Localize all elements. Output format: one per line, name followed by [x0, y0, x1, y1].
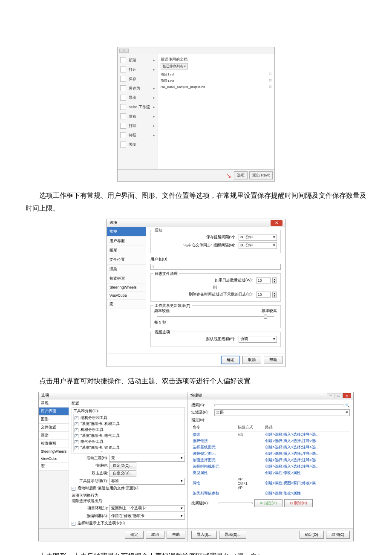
log-days-input[interactable]: 10	[256, 292, 271, 298]
sidebar-tab[interactable]: 常规	[39, 399, 69, 408]
cancel-button[interactable]: 取消(C)	[326, 531, 350, 539]
chevron-right-icon: ▸	[153, 67, 155, 72]
newkey-input[interactable]	[219, 503, 253, 504]
search-icon[interactable]: 🔍	[345, 403, 350, 408]
tooltip-select[interactable]: 标准▾	[109, 478, 185, 485]
cancel-button[interactable]: 取消	[242, 356, 261, 364]
label: 项目环境(J):	[72, 506, 108, 511]
table-row[interactable]: 选择时拖拽图元创建>选择;插入>选择;注释>选...	[191, 463, 350, 470]
qat-icon[interactable]	[124, 49, 129, 53]
sidebar-tab[interactable]: 渲染	[107, 265, 146, 274]
sidebar-tab[interactable]: ViewCube	[39, 455, 69, 462]
filter-select[interactable]: 全部▾	[214, 409, 350, 416]
body-text: 点击图形，点击反转背景色可根据个人喜好调整绘图区域背景色（黑、白）	[26, 550, 366, 555]
sidebar-tab[interactable]: 图形	[107, 246, 146, 255]
tool-checkbox[interactable]: "系统"选项卡: 电气工具	[75, 433, 182, 439]
search-input[interactable]	[214, 405, 343, 406]
recent-file[interactable]: rac_basic_sample_project.rvt⊟	[161, 84, 272, 90]
save-interval-select[interactable]: 30 分钟▾	[239, 234, 277, 241]
sidebar-tab[interactable]: 用户界面	[39, 408, 69, 416]
qat-icon[interactable]	[119, 49, 124, 53]
table-row[interactable]: 选择锁定图元创建>选择;插入>选择;注释>选...	[191, 451, 350, 457]
sidebar-tab[interactable]: ViewCube	[107, 292, 146, 300]
recent-files-checkbox[interactable]: 启动时启用"最近使用的文件"页面(F)	[72, 486, 185, 491]
assign-button[interactable]: ⊕ 指定(A)	[254, 499, 282, 507]
log-count-input[interactable]: 10	[256, 278, 271, 283]
close-icon[interactable]: ✕	[343, 393, 351, 398]
table-row[interactable]: 修改MD创建>选择;插入>选择;注释>选...	[191, 431, 350, 438]
sidebar-tab[interactable]: 文件位置	[39, 424, 69, 432]
menu-item[interactable]: 特征▸	[118, 130, 158, 140]
col-header[interactable]: 命令	[191, 424, 236, 431]
menu-item[interactable]: 另存为▸	[118, 84, 158, 93]
menu-item[interactable]: 打印▸	[118, 121, 158, 130]
sidebar-tab[interactable]: SteeringWheels	[39, 448, 69, 455]
recent-file[interactable]: 项目1.rvt⊟	[161, 78, 272, 84]
close-icon[interactable]: ✕	[271, 220, 282, 226]
sidebar-tab[interactable]: 图形	[39, 416, 69, 424]
tool-checkbox[interactable]: 机械分析工具	[75, 427, 182, 433]
sort-dropdown[interactable]: 按已排序列表 ▾	[161, 63, 188, 69]
context-tab-checkbox[interactable]: 选择时显示上下文选项卡(D)	[72, 520, 185, 526]
menu-item[interactable]: 新建▸	[118, 55, 158, 65]
import-button[interactable]: 导入(I)...	[191, 531, 217, 539]
ok-button[interactable]: 确定	[221, 356, 240, 364]
shortcut-customize-button[interactable]: 自定义(C)...	[109, 462, 136, 469]
menu-item[interactable]: Suite 工作流▸	[118, 102, 158, 112]
menu-item[interactable]: 导出▸	[118, 93, 158, 102]
group-label: 视图选项	[153, 330, 171, 335]
ok-button[interactable]: 确定(O)	[300, 531, 324, 539]
spinner[interactable]: ▴▾	[272, 292, 277, 298]
help-button[interactable]: 帮助	[264, 356, 282, 364]
sidebar-tab[interactable]: 检查拼写	[107, 274, 146, 283]
ok-button[interactable]: 确定	[125, 531, 144, 539]
maximize-icon[interactable]: □	[335, 393, 343, 398]
exit-revit-button[interactable]: 退出 Revit	[249, 171, 273, 179]
sidebar-tab[interactable]: 用户界面	[107, 237, 146, 246]
sidebar-tab[interactable]: SteeringWheels	[107, 283, 146, 292]
col-header[interactable]: 快捷方式	[236, 424, 264, 431]
discipline-select[interactable]: 协调▾	[239, 336, 277, 343]
table-row[interactable]: 按面选择图元创建>选择;插入>选择;注释>选...	[191, 457, 350, 463]
dblclick-customize-button[interactable]: 自定义(U)...	[109, 470, 136, 477]
theme-select[interactable]: 亮▾	[109, 455, 185, 462]
tool-checkbox[interactable]: "系统"选项卡: 机械工具	[75, 421, 182, 427]
cancel-button[interactable]: 取消	[146, 531, 164, 539]
remove-button[interactable]: ⊖ 删除(R)	[284, 499, 313, 507]
minimize-icon[interactable]: ─	[327, 393, 334, 398]
sync-interval-select[interactable]: 30 分钟▾	[239, 242, 277, 249]
menu-item[interactable]: 打开▸	[118, 65, 158, 74]
recent-file[interactable]: 项目1.rvt⊟	[161, 71, 272, 78]
pin-icon[interactable]: ⊟	[269, 78, 272, 83]
frequency-slider[interactable]	[154, 316, 277, 317]
pin-icon[interactable]: ⊟	[269, 85, 272, 89]
username-input[interactable]: 1	[150, 264, 281, 270]
col-header[interactable]: 路径	[264, 424, 350, 431]
tool-checkbox[interactable]: 结构分析和工具	[75, 415, 182, 421]
label: "与中心文件同步" 提醒间隔(N):	[154, 243, 237, 248]
sidebar-tab[interactable]: 宏	[107, 300, 146, 309]
pin-icon[interactable]: ⊟	[269, 72, 272, 77]
table-row[interactable]: 选择链接创建>选择;插入>选择;注释>选...	[191, 438, 350, 444]
table-row[interactable]: 选择基线图元创建>选择;插入>选择;注释>选...	[191, 444, 350, 451]
sidebar-tab[interactable]: 宏	[39, 462, 69, 471]
proj-env-select[interactable]: 返回到上一个选项卡▾	[109, 505, 185, 512]
export-button[interactable]: 导出(E)...	[219, 531, 246, 539]
sidebar-tab[interactable]: 渲染	[39, 432, 69, 440]
menu-item[interactable]: 发布▸	[118, 112, 158, 121]
tool-checkbox[interactable]: 电气分析工具	[75, 439, 182, 445]
table-row[interactable]: 族类别和族参数创建>属性;修改>属性	[191, 490, 350, 497]
menu-item[interactable]: 关闭	[118, 140, 158, 149]
sidebar-tab[interactable]: 常规	[107, 227, 146, 237]
options-button[interactable]: 选项	[234, 171, 248, 179]
table-row[interactable]: 类型属性创建>属性;修改>属性	[191, 470, 350, 476]
tool-checkbox[interactable]: "系统"选项卡: 管道工具	[75, 445, 182, 451]
help-button[interactable]: 帮助	[167, 531, 185, 539]
fam-ed-select[interactable]: 停留在"修改"选项卡▾	[109, 513, 185, 520]
menu-item[interactable]: 保存	[118, 74, 158, 84]
sidebar-tab[interactable]: 文件位置	[107, 255, 146, 265]
table-row[interactable]: 属性PPCtrl+1VP创建>属性;视图>窗口;修改>属...	[191, 476, 350, 490]
tool-checkbox[interactable]: 管道分析工具	[75, 451, 182, 452]
spinner[interactable]: ▴▾	[272, 278, 277, 283]
sidebar-tab[interactable]: 检查拼写	[39, 440, 69, 448]
